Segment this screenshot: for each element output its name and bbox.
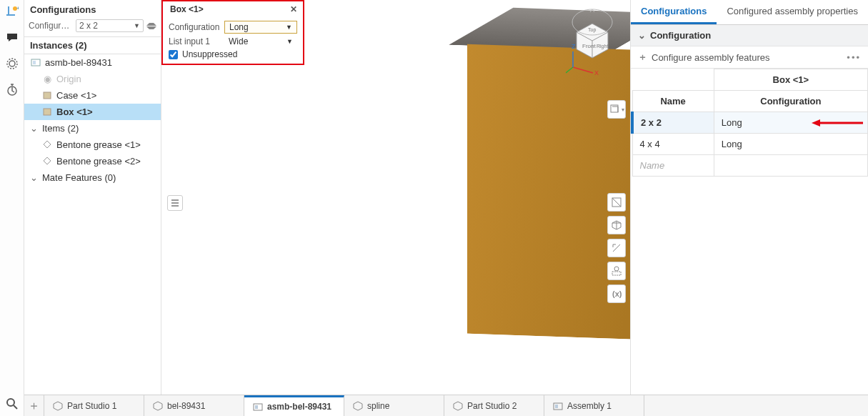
configuration-table: Box <1> NameConfiguration 2 x 2 Long 4 x… (631, 69, 868, 177)
origin-icon: ◉ (41, 73, 53, 84)
cell-new-name[interactable]: Name (632, 155, 714, 177)
tree-items-folder[interactable]: ⌄ Items (2) (24, 120, 161, 137)
collapse-icon[interactable]: ⌄ (30, 172, 39, 183)
add-tab-button[interactable]: ＋ (24, 395, 44, 416)
feature-icon (41, 155, 53, 167)
tab-label: Part Studio 1 (67, 401, 116, 411)
configuration-section-label: Configuration (650, 30, 711, 41)
insert-part-icon[interactable]: + (4, 4, 20, 20)
tree-case[interactable]: Case <1> (24, 87, 161, 104)
config-up-button[interactable] (146, 23, 156, 26)
cube-front-label: Front (582, 43, 596, 49)
tree-label: Bentone grease <1> (56, 139, 141, 150)
bottom-tab-assembly-1[interactable]: Assembly 1 (544, 395, 644, 416)
part-icon (41, 106, 53, 117)
variables-icon[interactable]: (x) (607, 284, 626, 303)
bottom-tab-part-studio-2[interactable]: Part Studio 2 (444, 395, 544, 416)
assembly-icon (30, 56, 41, 68)
th-cfg: Configuration (714, 91, 867, 112)
tree-label: Bentone grease <2> (56, 156, 141, 167)
tree-label: Items (2) (42, 123, 79, 134)
tab-label: Assembly 1 (567, 401, 612, 411)
tree-label: Case <1> (56, 90, 96, 101)
plus-icon[interactable]: ＋ (638, 51, 647, 64)
tree-bentone-2[interactable]: Bentone grease <2> (24, 153, 161, 169)
bottom-tab-spline[interactable]: spline (344, 395, 444, 416)
bottom-tab-asmb-bel[interactable]: asmb-bel-89431 (244, 395, 344, 416)
assembly-icon (253, 402, 263, 412)
cell-new-cfg[interactable] (714, 155, 867, 177)
close-icon[interactable]: ✕ (290, 4, 297, 14)
measure-icon[interactable] (607, 239, 626, 257)
more-menu-icon[interactable]: ••• (847, 52, 861, 63)
gear-icon[interactable] (4, 56, 20, 71)
svg-text:(x): (x) (612, 289, 622, 298)
svg-text:+: + (16, 6, 19, 11)
collapse-icon[interactable]: ⌄ (30, 123, 39, 134)
search-icon[interactable] (4, 396, 20, 412)
svg-rect-8 (44, 92, 51, 99)
tab-label: bel-89431 (167, 401, 205, 411)
tree-bentone-1[interactable]: Bentone grease <1> (24, 137, 161, 153)
section-view-icon[interactable] (607, 193, 626, 212)
configurations-header: Configurations (24, 0, 161, 18)
tree-label: Box <1> (56, 107, 93, 117)
popup-config-select[interactable]: Long ▼ (224, 21, 297, 34)
tab-label: asmb-bel-89431 (267, 402, 331, 412)
config-row[interactable]: 4 x 4 Long (632, 134, 868, 155)
mass-props-icon[interactable] (607, 262, 626, 280)
tab-configurations[interactable]: Configurations (631, 0, 717, 24)
configure-features-link[interactable]: Configure assembly features (652, 52, 769, 63)
feature-icon (41, 139, 53, 150)
cell-name[interactable]: 4 x 4 (632, 134, 714, 155)
popup-list-select[interactable]: Wide ▼ (224, 36, 297, 47)
configuration-select[interactable]: 2 x 2 ▼ (76, 19, 144, 32)
tab-label: spline (367, 401, 389, 411)
svg-rect-7 (33, 61, 36, 64)
instance-config-popup: Box <1> ✕ Configuration Long ▼ List inpu… (161, 0, 304, 65)
viewmode-dropdown[interactable]: ▾ (607, 100, 626, 119)
isometric-icon[interactable] (607, 216, 626, 234)
tab-configured-properties[interactable]: Configured assembly properties (717, 0, 868, 24)
comments-icon[interactable] (4, 30, 20, 46)
svg-rect-23 (255, 405, 258, 409)
config-down-button[interactable] (146, 26, 156, 29)
popup-list-value: Wide (229, 36, 248, 46)
feature-list-icon[interactable] (167, 195, 183, 211)
configuration-section-header[interactable]: ⌄ Configuration (631, 25, 868, 46)
unsuppressed-checkbox[interactable] (169, 50, 178, 59)
cell-cfg[interactable]: Long (714, 134, 867, 155)
bottom-tab-part-studio-1[interactable]: Part Studio 1 (44, 395, 144, 416)
popup-list-label: List input 1 (169, 36, 220, 46)
tree-origin[interactable]: ◉ Origin (24, 71, 161, 87)
tree-box[interactable]: Box <1> (24, 104, 161, 120)
svg-point-3 (7, 59, 17, 69)
part-studio-icon (153, 401, 163, 411)
configuration-row-label: Configurati… (29, 21, 73, 31)
svg-text:X: X (594, 69, 599, 76)
part-studio-icon (353, 401, 363, 411)
popup-config-label: Configuration (169, 22, 220, 32)
bottom-tab-bel[interactable]: bel-89431 (144, 395, 244, 416)
svg-line-14 (566, 67, 573, 73)
instances-header: Instances (2) (24, 37, 161, 54)
cell-name[interactable]: 2 x 2 (632, 112, 714, 134)
cell-cfg[interactable]: Long (722, 117, 742, 128)
th-name: Name (632, 91, 714, 112)
svg-line-10 (573, 67, 593, 73)
popup-config-value: Long (229, 22, 249, 32)
tree-assembly-root[interactable]: asmb-bel-89431 (24, 54, 161, 71)
tree-label: Origin (56, 74, 81, 84)
config-row-new[interactable]: Name (632, 155, 868, 177)
part-icon (41, 89, 53, 101)
tree-mate-features[interactable]: ⌄ Mate Features (0) (24, 169, 161, 186)
config-row-selected[interactable]: 2 x 2 Long (632, 112, 868, 134)
part-studio-icon (53, 401, 63, 411)
chevron-down-icon: ▼ (286, 24, 292, 31)
svg-rect-9 (44, 109, 51, 115)
svg-rect-17 (612, 272, 621, 275)
th-box: Box <1> (714, 69, 867, 91)
stopwatch-icon[interactable] (4, 81, 20, 97)
configuration-select-value: 2 x 2 (79, 21, 98, 31)
view-cube[interactable]: Front Top Right X Z (566, 4, 619, 76)
